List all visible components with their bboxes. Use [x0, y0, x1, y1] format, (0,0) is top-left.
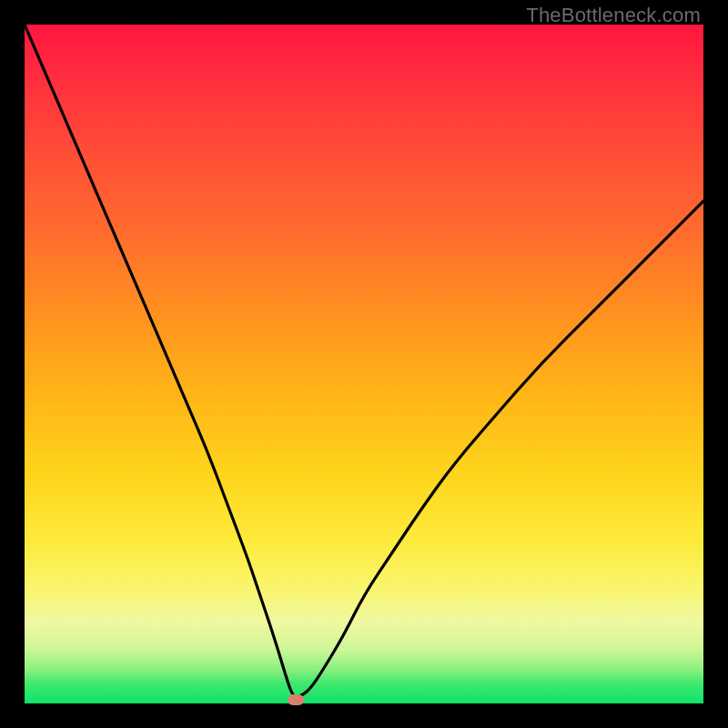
chart-frame: TheBottleneck.com [0, 0, 728, 728]
bottleneck-curve [25, 25, 703, 703]
plot-area [25, 25, 703, 703]
curve-path [25, 25, 703, 697]
optimal-marker [288, 694, 304, 705]
